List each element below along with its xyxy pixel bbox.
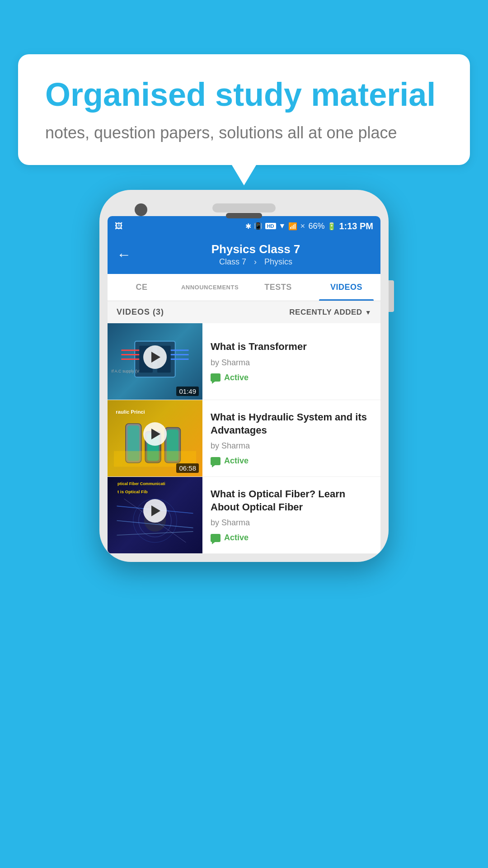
battery-icon: 🔋 [327, 222, 336, 231]
tab-videos[interactable]: VIDEOS [312, 274, 380, 301]
sort-label: RECENTLY ADDED [289, 308, 362, 317]
phone-mockup: 🖼 ✱ 📳 HD ▼ 📶 ✕ 66% 🔋 [99, 190, 389, 562]
chat-icon [211, 373, 221, 382]
wifi-icon: ▼ [279, 222, 286, 230]
filter-bar: VIDEOS (3) RECENTLY ADDED ▼ [108, 301, 380, 323]
status-label: Active [224, 373, 249, 382]
status-label-optical: Active [224, 533, 249, 542]
play-icon [151, 429, 160, 439]
sort-dropdown[interactable]: RECENTLY ADDED ▼ [289, 308, 371, 317]
tab-tests[interactable]: TESTS [244, 274, 312, 301]
video-item-optical[interactable]: ptical Fiber Communicati t is Optical Fi… [108, 477, 380, 554]
video-list: If A.C supply (V 01:49 What is Transform… [108, 323, 380, 554]
play-button-optical[interactable] [143, 499, 167, 523]
breadcrumb-subject: Physics [264, 257, 292, 266]
video-status-transformer: Active [211, 373, 372, 382]
status-bar: 🖼 ✱ 📳 HD ▼ 📶 ✕ 66% 🔋 [108, 216, 380, 236]
video-info-hydraulic: What is Hydraulic System and its Advanta… [202, 400, 380, 476]
play-button-hydraulic[interactable] [143, 422, 167, 446]
status-right: ✱ 📳 HD ▼ 📶 ✕ 66% 🔋 1:13 PM [245, 221, 373, 231]
svg-line-23 [117, 532, 193, 535]
hd-badge: HD [265, 223, 276, 229]
video-item-hydraulic[interactable]: raulic Princi 06:58 What is Hydraulic Sy… [108, 400, 380, 477]
phone-outer: 🖼 ✱ 📳 HD ▼ 📶 ✕ 66% 🔋 [99, 190, 389, 562]
chevron-down-icon: ▼ [365, 309, 371, 316]
play-button[interactable] [143, 345, 167, 369]
tab-announcements[interactable]: ANNOUNCEMENTS [176, 274, 244, 301]
phone-camera [135, 203, 147, 216]
play-icon [151, 505, 160, 516]
status-label-hydraulic: Active [224, 456, 249, 466]
tab-bar: CE ANNOUNCEMENTS TESTS VIDEOS [108, 274, 380, 301]
bluetooth-icon: ✱ [245, 222, 251, 231]
top-navigation: ← Physics Class 7 Class 7 › Physics [108, 236, 380, 274]
nav-breadcrumb: Class 7 › Physics [140, 257, 371, 267]
bubble-title: Organised study material [45, 77, 443, 113]
video-thumb-transformer: If A.C supply (V 01:49 [108, 323, 202, 400]
video-duration: 01:49 [176, 387, 199, 396]
video-info-optical: What is Optical Fiber? Learn About Optic… [202, 477, 380, 553]
video-duration-hydraulic: 06:58 [176, 463, 199, 473]
status-time: 1:13 PM [339, 221, 373, 231]
phone-top-bar [108, 198, 380, 216]
nav-title-block: Physics Class 7 Class 7 › Physics [140, 242, 371, 267]
phone-speaker [212, 203, 276, 212]
speech-bubble: Organised study material notes, question… [18, 54, 470, 165]
video-title-transformer: What is Transformer [211, 340, 372, 354]
video-author-hydraulic: by Sharma [211, 441, 372, 451]
tab-ce[interactable]: CE [108, 274, 176, 301]
video-title-hydraulic: What is Hydraulic System and its Advanta… [211, 411, 372, 437]
nav-title: Physics Class 7 [140, 242, 371, 256]
video-thumb-hydraulic: raulic Princi 06:58 [108, 400, 202, 476]
video-title-optical: What is Optical Fiber? Learn About Optic… [211, 488, 372, 514]
notification-icon: 🖼 [115, 222, 123, 231]
video-status-hydraulic: Active [211, 456, 372, 466]
chat-icon-hydraulic [211, 457, 221, 465]
chat-icon-optical [211, 534, 221, 542]
video-info-transformer: What is Transformer by Sharma Active [202, 323, 380, 400]
video-author-transformer: by Sharma [211, 358, 372, 368]
battery-pct: 66% [308, 222, 324, 231]
video-thumb-optical: ptical Fiber Communicati t is Optical Fi… [108, 477, 202, 553]
svg-text:If A.C supply (V: If A.C supply (V [112, 369, 140, 373]
video-status-optical: Active [211, 533, 372, 542]
phone-side-button [389, 280, 394, 312]
breadcrumb-class: Class 7 [219, 257, 246, 266]
svg-text:ptical Fiber Communicati: ptical Fiber Communicati [117, 481, 165, 486]
signal-icon: 📶 [288, 222, 297, 231]
video-count: VIDEOS (3) [117, 307, 164, 317]
phone-screen: 🖼 ✱ 📳 HD ▼ 📶 ✕ 66% 🔋 [108, 216, 380, 554]
svg-text:t is Optical Fib: t is Optical Fib [117, 489, 148, 494]
status-left: 🖼 [115, 222, 123, 231]
speech-bubble-container: Organised study material notes, question… [18, 54, 470, 165]
no-sim-icon: ✕ [300, 222, 305, 230]
phone-home-button [226, 213, 262, 218]
svg-text:raulic Princi: raulic Princi [116, 409, 145, 415]
back-button[interactable]: ← [117, 247, 131, 262]
bubble-subtitle: notes, question papers, solutions all at… [45, 122, 443, 144]
video-item-transformer[interactable]: If A.C supply (V 01:49 What is Transform… [108, 323, 380, 400]
breadcrumb-sep: › [254, 257, 257, 266]
vibrate-icon: 📳 [254, 222, 263, 230]
video-author-optical: by Sharma [211, 518, 372, 528]
play-icon [151, 352, 160, 363]
